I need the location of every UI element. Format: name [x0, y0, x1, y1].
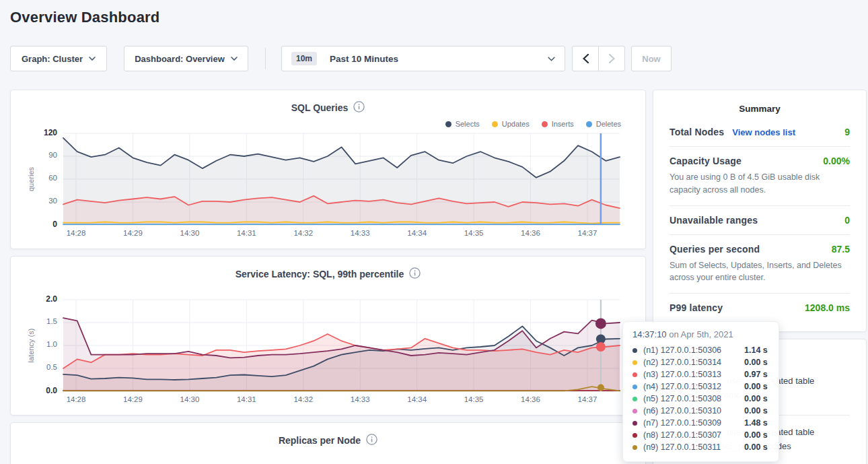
- node-address: (n9) 127.0.0.1:50311: [643, 442, 744, 452]
- x-tick-label: 14:28: [67, 395, 86, 403]
- chart-legend: SelectsUpdatesInsertsDeletes: [445, 120, 621, 128]
- node-latency-value: 0.97 s: [744, 370, 768, 379]
- summary-row-total-nodes: Total Nodes View nodes list 9: [670, 118, 850, 147]
- qps-label: Queries per second: [670, 244, 760, 255]
- view-nodes-list-link[interactable]: View nodes list: [732, 127, 795, 137]
- now-button[interactable]: Now: [631, 46, 672, 71]
- sql-queries-card: SQL Queries SelectsUpdatesInsertsDeletes…: [10, 90, 646, 249]
- tooltip-node-row: (n8) 127.0.0.1:503070.00 s: [632, 429, 769, 441]
- dashboard-dropdown-label: Dashboard: Overview: [135, 54, 225, 64]
- node-address: (n5) 127.0.0.1:50308: [643, 394, 744, 403]
- node-address: (n7) 127.0.0.1:50309: [643, 418, 744, 428]
- total-nodes-value: 9: [844, 127, 850, 137]
- sql-queries-plot[interactable]: queries 030609012014:2814:2914:3014:3114…: [63, 133, 620, 225]
- page-title: Overview Dashboard: [10, 9, 159, 26]
- x-tick-label: 14:33: [351, 395, 370, 403]
- qps-value: 87.5: [832, 244, 850, 255]
- x-tick-label: 14:29: [123, 229, 143, 237]
- time-range-dropdown[interactable]: 10m Past 10 Minutes: [281, 46, 565, 71]
- tooltip-node-row: (n1) 127.0.0.1:503061.14 s: [632, 344, 769, 356]
- summary-row-p99: P99 latency 1208.0 ms: [670, 294, 850, 322]
- service-latency-chart: [63, 300, 620, 391]
- x-tick-label: 14:28: [67, 229, 86, 237]
- x-tick-label: 14:37: [578, 395, 598, 403]
- x-tick-label: 14:33: [351, 229, 370, 237]
- legend-dot: [586, 121, 592, 127]
- capacity-description: You are using 0 B of 4.5 GiB usable disk…: [670, 171, 850, 197]
- y-tick-label: 1.0: [46, 340, 57, 348]
- chevron-down-icon: [231, 57, 238, 61]
- info-icon[interactable]: [409, 267, 421, 281]
- y-tick-label: 0: [52, 220, 57, 229]
- y-tick-label: 0.5: [46, 363, 57, 371]
- p99-latency-label: P99 latency: [670, 302, 723, 313]
- p99-latency-value: 1208.0 ms: [805, 302, 850, 313]
- node-latency-value: 0.00 s: [744, 358, 768, 367]
- x-tick-label: 14:35: [464, 229, 484, 237]
- summary-row-capacity: Capacity Usage 0.00% You are using 0 B o…: [670, 147, 850, 206]
- total-nodes-label: Total Nodes: [670, 127, 724, 137]
- toolbar-divider: [265, 48, 266, 69]
- capacity-value: 0.00%: [823, 156, 850, 166]
- x-tick-label: 14:31: [237, 395, 256, 403]
- node-latency-value: 0.00 s: [744, 406, 768, 416]
- service-latency-plot[interactable]: latency (s) 0.00.51.01.52.014:2814:2914:…: [63, 300, 620, 391]
- node-color-dot: [632, 397, 637, 401]
- node-color-dot: [632, 348, 637, 353]
- legend-label: Selects: [456, 120, 480, 128]
- legend-label: Updates: [502, 120, 530, 128]
- node-address: (n4) 127.0.0.1:50312: [643, 382, 744, 391]
- x-tick-label: 14:36: [521, 395, 540, 403]
- info-icon[interactable]: [366, 434, 377, 447]
- node-color-dot: [632, 360, 637, 365]
- summary-row-qps: Queries per second 87.5 Sum of Selects, …: [670, 235, 850, 294]
- legend-item: Deletes: [586, 120, 621, 128]
- x-tick-label: 14:35: [464, 395, 484, 403]
- tooltip-node-row: (n4) 127.0.0.1:503120.00 s: [632, 380, 769, 393]
- service-latency-card: Service Latency: SQL, 99th percentile la…: [10, 256, 646, 416]
- x-tick-label: 14:30: [180, 229, 200, 237]
- time-prev-button[interactable]: [572, 46, 599, 71]
- info-icon[interactable]: [353, 101, 365, 114]
- x-tick-label: 14:36: [521, 229, 540, 237]
- time-range-label: Past 10 Minutes: [330, 54, 398, 64]
- chart-title: Replicas per Node: [279, 435, 361, 446]
- time-range-badge: 10m: [291, 52, 317, 65]
- tooltip-date: on Apr 5th, 2021: [669, 329, 733, 339]
- node-address: (n8) 127.0.0.1:50307: [643, 430, 744, 440]
- y-tick-label: 90: [48, 151, 57, 159]
- x-tick-label: 14:34: [407, 395, 427, 403]
- chart-title: SQL Queries: [291, 102, 349, 113]
- y-tick-label: 0.0: [46, 386, 57, 395]
- chart-title: Service Latency: SQL, 99th percentile: [236, 269, 404, 279]
- unavailable-ranges-label: Unavailable ranges: [670, 215, 758, 226]
- y-tick-label: 1.5: [46, 317, 57, 325]
- node-address: (n3) 127.0.0.1:50313: [643, 370, 744, 379]
- graph-dropdown[interactable]: Graph: Cluster: [10, 46, 107, 71]
- node-color-dot: [632, 421, 637, 426]
- x-tick-label: 14:32: [293, 395, 313, 403]
- replicas-per-node-card: Replicas per Node: [10, 422, 646, 464]
- node-latency-value: 0.00 s: [744, 442, 768, 452]
- sql-queries-chart: [63, 133, 620, 225]
- summary-panel: Summary Total Nodes View nodes list 9 Ca…: [653, 90, 867, 332]
- qps-description: Sum of Selects, Updates, Inserts, and De…: [670, 259, 850, 285]
- tooltip-node-row: (n5) 127.0.0.1:503080.00 s: [632, 393, 769, 405]
- y-axis-label: queries: [27, 167, 35, 191]
- legend-dot: [492, 121, 498, 127]
- node-address: (n2) 127.0.0.1:50314: [643, 358, 744, 367]
- node-latency-value: 1.48 s: [744, 418, 768, 428]
- chevron-right-icon: [609, 54, 615, 63]
- legend-dot: [445, 121, 451, 127]
- chart-tooltip: 14:37:10 on Apr 5th, 2021 (n1) 127.0.0.1…: [622, 321, 779, 462]
- node-color-dot: [632, 385, 637, 389]
- time-next-button[interactable]: [598, 46, 625, 71]
- dashboard-dropdown[interactable]: Dashboard: Overview: [124, 46, 248, 71]
- tooltip-node-row: (n7) 127.0.0.1:503091.48 s: [632, 417, 769, 429]
- node-color-dot: [632, 409, 637, 413]
- tooltip-time: 14:37:10: [632, 329, 667, 339]
- legend-label: Deletes: [596, 120, 621, 128]
- y-tick-label: 120: [44, 128, 57, 137]
- y-axis-label: latency (s): [27, 329, 35, 363]
- node-color-dot: [632, 433, 637, 438]
